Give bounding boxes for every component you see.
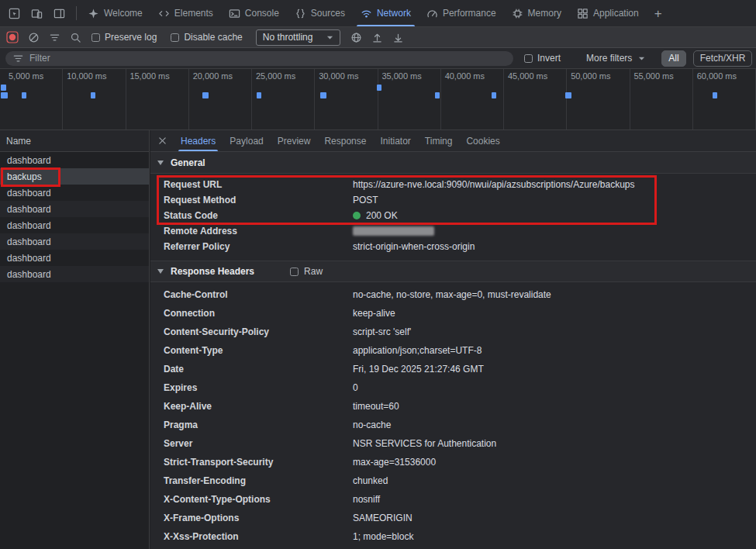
detail-tab-payload[interactable]: Payload: [223, 130, 270, 151]
network-toolbar-left: [3, 29, 85, 46]
header-value: strict-origin-when-cross-origin: [353, 241, 475, 252]
import-har-button[interactable]: [368, 29, 386, 46]
devtools-window: WelcomeElementsConsoleSourcesNetworkPerf…: [0, 0, 756, 549]
general-section-header[interactable]: General: [150, 152, 756, 174]
header-row: Expires0: [150, 378, 756, 397]
import-har-icon: [371, 32, 383, 43]
name-column-header[interactable]: Name: [0, 130, 149, 152]
header-row: Connectionkeep-alive: [150, 304, 756, 323]
response-headers-section-header[interactable]: Response Headers Raw: [150, 261, 756, 282]
detail-tab-preview[interactable]: Preview: [271, 130, 318, 151]
header-row: ServerNSR SERVICES for Authentication: [150, 434, 756, 453]
general-section-title: General: [171, 157, 205, 168]
tab-application[interactable]: Application: [569, 0, 647, 26]
type-filter-fetch-xhr[interactable]: Fetch/XHR: [693, 50, 753, 67]
header-value: script-src 'self': [353, 326, 411, 337]
header-value: max-age=31536000: [353, 457, 436, 468]
header-name: X-Content-Type-Options: [164, 494, 353, 505]
invert-checkbox[interactable]: Invert: [524, 53, 561, 64]
header-value: 200 OK: [353, 210, 398, 221]
redacted-value: [353, 226, 434, 236]
clear-button[interactable]: [24, 29, 43, 46]
network-toolbar: Preserve log Disable cache No throttling: [0, 27, 756, 48]
request-row-dashboard[interactable]: dashboard: [0, 250, 149, 266]
tab-label: Application: [593, 8, 639, 19]
response-headers-section-title: Response Headers: [171, 266, 254, 277]
detail-tab-response[interactable]: Response: [317, 130, 373, 151]
preserve-log-checkbox[interactable]: Preserve log: [91, 32, 157, 43]
disable-cache-checkbox[interactable]: Disable cache: [171, 32, 242, 43]
header-row: X-Frame-OptionsSAMEORIGIN: [150, 509, 756, 527]
timeline-request-bar: [435, 92, 440, 98]
more-filters-label: More filters: [586, 53, 632, 64]
caret-down-icon: [326, 34, 333, 41]
braces-icon: [295, 8, 306, 19]
tab-welcome[interactable]: Welcome: [80, 0, 150, 26]
detail-tab-initiator[interactable]: Initiator: [373, 130, 417, 151]
network-conditions-button[interactable]: [347, 29, 365, 46]
requests-panel: Name dashboardbackupsdashboarddashboardd…: [0, 130, 150, 549]
detail-tab-headers[interactable]: Headers: [174, 130, 223, 151]
header-name: Transfer-Encoding: [164, 475, 353, 486]
disclosure-triangle-icon: [157, 161, 164, 165]
type-filter-all[interactable]: All: [661, 50, 685, 67]
request-row-dashboard[interactable]: dashboard: [0, 185, 149, 201]
more-panels-button[interactable]: +: [647, 7, 670, 20]
general-rows: Request URLhttps://azure-nve.local:9090/…: [150, 174, 756, 254]
filter-toggle-button[interactable]: [45, 29, 64, 46]
request-row-dashboard[interactable]: dashboard: [0, 266, 149, 282]
filter-input[interactable]: Filter: [5, 51, 513, 66]
timeline-request-bar: [377, 85, 381, 91]
raw-headers-checkbox[interactable]: Raw: [290, 266, 323, 277]
preserve-log-label: Preserve log: [105, 32, 157, 43]
header-value: no-cache: [353, 420, 391, 430]
search-button[interactable]: [66, 29, 85, 46]
export-har-button[interactable]: [388, 29, 407, 46]
raw-label: Raw: [304, 266, 323, 277]
tab-performance[interactable]: Performance: [419, 0, 504, 26]
more-filters-dropdown[interactable]: More filters: [586, 53, 645, 64]
header-name: Request URL: [164, 179, 353, 190]
request-row-dashboard[interactable]: dashboard: [0, 233, 149, 250]
header-value: https://azure-nve.local:9090/nwui/api/az…: [353, 179, 635, 190]
tab-console[interactable]: Console: [221, 0, 287, 26]
inspect-element-button[interactable]: [4, 3, 24, 23]
header-name: Keep-Alive: [164, 401, 353, 412]
header-name: Date: [164, 364, 353, 375]
throttling-value: No throttling: [263, 32, 313, 43]
detail-tab-timing[interactable]: Timing: [418, 130, 460, 151]
disable-cache-label: Disable cache: [184, 32, 242, 43]
tab-label: Network: [377, 8, 411, 19]
header-name: Request Method: [164, 195, 353, 205]
memory-icon: [512, 8, 523, 19]
header-value: chunked: [353, 475, 388, 486]
dock-side-button[interactable]: [49, 3, 69, 23]
timeline-request-bar: [320, 92, 326, 98]
tab-sources[interactable]: Sources: [287, 0, 353, 26]
header-row: Content-Typeapplication/json;charset=UTF…: [150, 341, 756, 360]
close-detail-button[interactable]: [150, 130, 174, 151]
header-row: Pragmano-cache: [150, 416, 756, 434]
tab-network[interactable]: Network: [353, 0, 419, 26]
code-icon: [158, 8, 170, 19]
header-row: X-Xss-Protection1; mode=block: [150, 527, 756, 546]
network-overview-timeline[interactable]: 5,000 ms10,000 ms15,000 ms20,000 ms25,00…: [0, 69, 756, 130]
sparkle-icon: [88, 8, 99, 19]
request-row-dashboard[interactable]: dashboard: [0, 201, 149, 217]
tab-elements[interactable]: Elements: [150, 0, 221, 26]
tab-memory[interactable]: Memory: [504, 0, 569, 26]
device-toolbar-icon: [31, 8, 43, 19]
filter-input-icon: [12, 53, 24, 64]
header-name: Referrer Policy: [164, 241, 353, 252]
request-row-backups[interactable]: backups: [0, 168, 149, 185]
tab-label: Welcome: [104, 8, 143, 19]
header-row: Strict-Transport-Securitymax-age=3153600…: [150, 453, 756, 471]
request-row-dashboard[interactable]: dashboard: [0, 217, 149, 233]
request-row-dashboard[interactable]: dashboard: [0, 152, 149, 168]
detail-tab-cookies[interactable]: Cookies: [459, 130, 506, 151]
checkbox-box-icon: [171, 33, 179, 42]
device-toolbar-button[interactable]: [26, 3, 47, 23]
throttling-select[interactable]: No throttling: [256, 29, 341, 46]
record-button[interactable]: [3, 29, 22, 46]
tab-label: Console: [245, 8, 279, 19]
